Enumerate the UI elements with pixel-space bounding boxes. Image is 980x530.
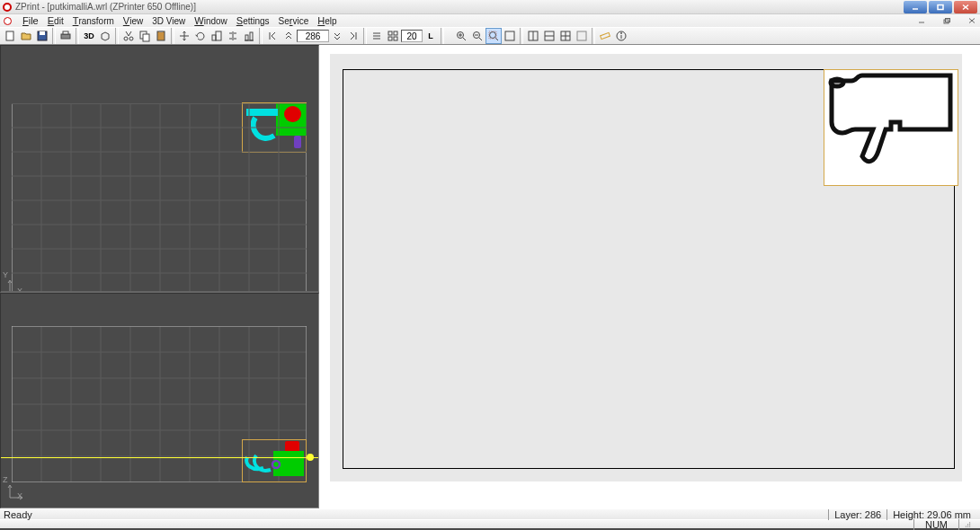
paste-button[interactable] — [153, 28, 169, 44]
layer-handle[interactable] — [307, 454, 314, 461]
svg-point-54 — [621, 33, 622, 34]
svg-rect-30 — [388, 37, 392, 40]
align-button[interactable] — [241, 28, 257, 44]
slice-preview-pane[interactable] — [319, 45, 980, 508]
mode-button[interactable]: L — [423, 28, 439, 44]
svg-rect-31 — [394, 37, 397, 40]
work-area: /* generated below */ Y X — [0, 45, 980, 508]
mirror-button[interactable] — [225, 28, 241, 44]
svg-point-96 — [969, 526, 970, 526]
down-layers-button[interactable] — [329, 28, 345, 44]
copy-button[interactable] — [137, 28, 153, 44]
layout4-button[interactable] — [574, 28, 590, 44]
zoom-in-button[interactable] — [453, 28, 469, 44]
svg-rect-42 — [505, 31, 514, 40]
window-buttons — [904, 1, 977, 13]
print-button[interactable] — [58, 28, 74, 44]
slice-outline — [824, 70, 959, 187]
svg-rect-28 — [388, 31, 392, 35]
zoom-out-button[interactable] — [469, 28, 486, 44]
svg-rect-17 — [143, 34, 149, 41]
slice-canvas[interactable] — [343, 69, 955, 469]
toolbar-separator — [363, 28, 367, 44]
axis-label-y: Y — [3, 270, 8, 279]
grid-button[interactable] — [385, 28, 401, 44]
cut-button[interactable] — [120, 28, 137, 44]
window-title: ZPrint - [putkimalliA.wrl (ZPrinter 650 … — [15, 2, 904, 12]
svg-rect-1 — [938, 4, 943, 9]
status-layer: Layer: 286 — [828, 509, 886, 520]
toolbar: 3D L — [0, 27, 980, 45]
svg-point-39 — [490, 32, 496, 39]
left-column: /* generated below */ Y X — [0, 45, 319, 508]
menu-help[interactable]: Help — [317, 15, 336, 26]
svg-line-33 — [463, 38, 466, 40]
menu-view[interactable]: View — [123, 15, 143, 26]
menu-edit[interactable]: Edit — [48, 15, 64, 26]
axis-label-x2: X — [17, 491, 22, 500]
info-button[interactable] — [613, 28, 629, 44]
svg-rect-50 — [577, 31, 586, 40]
status-resize-grip[interactable] — [958, 519, 976, 530]
toolbar-separator — [171, 28, 174, 44]
slice-background — [330, 54, 962, 481]
top-view-pane[interactable]: /* generated below */ Y X — [0, 45, 319, 293]
svg-rect-23 — [245, 35, 248, 40]
menu-service[interactable]: Service — [279, 15, 309, 26]
svg-rect-19 — [159, 31, 163, 32]
status-bar: Ready Layer: 286 Height: 29.06 mm — [0, 508, 980, 519]
doc-icon — [4, 17, 12, 25]
close-button[interactable] — [954, 1, 977, 13]
open-button[interactable] — [18, 28, 34, 44]
layout3-button[interactable] — [557, 28, 574, 44]
svg-rect-13 — [63, 31, 68, 34]
zoom-window-button[interactable] — [486, 28, 502, 44]
menu-transform[interactable]: Transform — [73, 15, 114, 26]
svg-point-101 — [969, 522, 970, 523]
svg-point-99 — [966, 526, 967, 526]
menu-settings[interactable]: Settings — [236, 15, 270, 26]
app-icon — [3, 3, 12, 12]
layers-step-input[interactable] — [401, 30, 423, 42]
part-tubes-front — [244, 452, 283, 481]
mdi-minimize-button[interactable] — [913, 15, 930, 26]
svg-rect-51 — [601, 32, 610, 39]
menu-window[interactable]: Window — [194, 15, 227, 26]
move-button[interactable] — [176, 28, 192, 44]
scale-button[interactable] — [209, 28, 225, 44]
title-bar: ZPrint - [putkimalliA.wrl (ZPrinter 650 … — [0, 0, 980, 14]
menu-bar: File Edit Transform View 3D View Window … — [0, 14, 980, 27]
up-layers-button[interactable] — [281, 28, 297, 44]
axis-label-z: Z — [3, 475, 8, 484]
layout1-button[interactable] — [525, 28, 541, 44]
first-layer-button[interactable] — [264, 28, 281, 44]
mdi-close-button[interactable] — [964, 15, 980, 26]
3d-view-button[interactable]: 3D — [81, 28, 97, 44]
rotate-button[interactable] — [192, 28, 209, 44]
mode-label: L — [428, 31, 433, 40]
slice-selection[interactable] — [824, 69, 958, 186]
minimize-button[interactable] — [904, 1, 927, 13]
current-layer-line — [1, 457, 318, 458]
status-ready: Ready — [4, 509, 32, 520]
3d-label: 3D — [84, 31, 94, 40]
toolbar-separator — [520, 28, 523, 44]
build-grid-top — [12, 103, 307, 293]
measure-button[interactable] — [597, 28, 613, 44]
maximize-button[interactable] — [929, 1, 952, 13]
list-button[interactable] — [369, 28, 385, 44]
cube-view-button[interactable] — [97, 28, 113, 44]
layout2-button[interactable] — [541, 28, 557, 44]
status-num: NUM — [913, 519, 958, 530]
save-button[interactable] — [34, 28, 50, 44]
last-layer-button[interactable] — [345, 28, 361, 44]
front-view-pane[interactable]: Z X — [0, 293, 319, 508]
toolbar-separator — [52, 28, 56, 44]
zoom-fit-button[interactable] — [502, 28, 518, 44]
menu-file[interactable]: File — [22, 15, 39, 26]
new-button[interactable] — [2, 28, 18, 44]
mdi-restore-button[interactable] — [939, 15, 955, 26]
svg-point-94 — [272, 461, 280, 468]
menu-3dview[interactable]: 3D View — [152, 16, 185, 26]
layer-input[interactable] — [297, 30, 329, 42]
